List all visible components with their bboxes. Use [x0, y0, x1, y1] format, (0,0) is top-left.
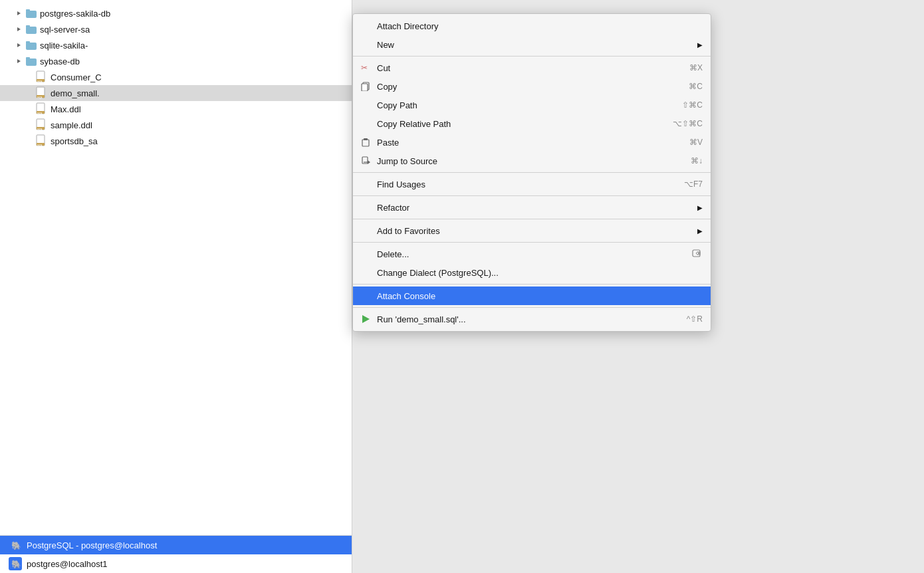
scissors-icon: ✂ [360, 62, 372, 74]
svg-text:🐘: 🐘 [11, 559, 21, 569]
no-arrow [24, 88, 35, 98]
tree-item-sqlite-sakila[interactable]: sqlite-sakila- [0, 37, 352, 53]
shortcut-copy-path: ⇧⌘C [682, 100, 703, 110]
menu-separator-7 [353, 307, 711, 308]
copy-icon [360, 80, 372, 92]
menu-item-run[interactable]: Run 'demo_small.sql'... ^⇧R [353, 310, 711, 328]
menu-item-label: Attach Console [377, 291, 435, 301]
no-arrow [24, 136, 35, 146]
tree-item-sample-ddl[interactable]: SQL sample.ddl [0, 117, 352, 133]
postgresql-icon: 🐘 [8, 538, 23, 552]
menu-item-label: Copy Path [377, 100, 417, 110]
tree-item-max-ddl[interactable]: SQL Max.ddl [0, 101, 352, 117]
expand-arrow-sql-server-sa [13, 24, 24, 35]
menu-item-label: Refactor [377, 203, 409, 213]
shortcut-copy-relative-path: ⌥⇧⌘C [673, 119, 703, 128]
menu-item-cut[interactable]: ✂ Cut ⌘X [353, 58, 711, 77]
svg-marker-38 [368, 160, 370, 164]
submenu-arrow-add-to-favorites: ▶ [697, 227, 703, 235]
menu-item-new[interactable]: New ▶ [353, 35, 711, 54]
svg-text:SQL: SQL [37, 80, 43, 83]
tree-item-label: Consumer_C [51, 72, 102, 82]
paste-icon [360, 136, 372, 148]
menu-item-label: Run 'demo_small.sql'... [377, 314, 466, 324]
tree-item-label: sybase-db [40, 57, 80, 66]
svg-text:SQL: SQL [37, 128, 43, 131]
no-arrow [24, 104, 35, 114]
menu-item-label: Jump to Source [377, 156, 437, 166]
menu-item-jump-to-source[interactable]: Jump to Source ⌘↓ [353, 152, 711, 170]
menu-item-copy-path[interactable]: Copy Path ⇧⌘C [353, 96, 711, 114]
menu-item-copy[interactable]: Copy ⌘C [353, 77, 711, 96]
svg-text:🐘: 🐘 [11, 540, 21, 550]
tree-item-sybase-db[interactable]: sybase-db [0, 53, 352, 69]
menu-item-label: Copy [377, 82, 397, 92]
menu-item-attach-console[interactable]: Attach Console [353, 286, 711, 305]
jump-icon [360, 155, 372, 167]
shortcut-find-usages: ⌥F7 [684, 179, 703, 189]
tree-item-label: postgres-sakila-db [40, 9, 110, 19]
run-icon [360, 313, 372, 325]
menu-item-find-usages[interactable]: Find Usages ⌥F7 [353, 175, 711, 193]
svg-rect-2 [26, 9, 30, 12]
menu-item-label: Copy Relative Path [377, 119, 451, 129]
db-connections-bar: 🐘 PostgreSQL - postgres@localhost 🐘 post… [0, 535, 352, 573]
svg-rect-35 [364, 138, 368, 140]
db-item-postgres-localhost1[interactable]: 🐘 postgres@localhost1 [0, 554, 352, 573]
tree-item-label: Max.ddl [51, 104, 81, 114]
file-tree-sidebar: postgres-sakila-db sql-server-sa sqlite-… [0, 0, 352, 573]
tree-item-label: sql-server-sa [40, 25, 90, 35]
menu-separator-1 [353, 56, 711, 57]
sql-file-icon-sportsdb-sa: SQL [36, 134, 48, 148]
shortcut-jump-to-source: ⌘↓ [691, 156, 703, 166]
svg-marker-6 [17, 43, 21, 47]
no-arrow [24, 120, 35, 130]
menu-item-label: Attach Directory [377, 21, 438, 31]
tree-item-sportsdb-sa[interactable]: SQL sportsdb_sa [0, 133, 352, 149]
folder-icon-sqlite-sakila [25, 39, 37, 51]
db-item-label: PostgreSQL - postgres@localhost [27, 540, 157, 550]
menu-item-attach-directory[interactable]: Attach Directory [353, 17, 711, 35]
shortcut-delete [692, 249, 703, 260]
tree-item-consumer-c[interactable]: SQL Consumer_C [0, 69, 352, 85]
menu-separator-6 [353, 284, 711, 285]
svg-rect-5 [26, 25, 30, 28]
svg-text:SQL: SQL [37, 144, 43, 147]
sql-file-icon-max-ddl: SQL [36, 102, 48, 116]
menu-separator-3 [353, 195, 711, 196]
menu-item-label: Cut [377, 63, 390, 73]
svg-text:✂: ✂ [361, 63, 368, 72]
menu-item-label: New [377, 40, 394, 50]
svg-rect-33 [362, 84, 368, 91]
menu-separator-2 [353, 172, 711, 173]
tree-item-label: sportsdb_sa [51, 136, 98, 146]
svg-text:SQL: SQL [37, 112, 43, 115]
menu-item-add-to-favorites[interactable]: Add to Favorites ▶ [353, 221, 711, 240]
svg-rect-11 [26, 57, 30, 60]
context-menu: Attach Directory New ▶ ✂ Cut ⌘X Copy ⌘C … [352, 13, 711, 332]
menu-item-label: Find Usages [377, 179, 425, 189]
tree-item-label: sqlite-sakila- [40, 41, 88, 51]
menu-item-label: Change Dialect (PostgreSQL)... [377, 268, 499, 278]
shortcut-copy: ⌘C [689, 82, 703, 91]
menu-separator-4 [353, 219, 711, 219]
menu-item-copy-relative-path[interactable]: Copy Relative Path ⌥⇧⌘C [353, 114, 711, 133]
expand-arrow-sybase-db [13, 56, 24, 66]
folder-icon-postgres-sakila-db [25, 7, 37, 19]
menu-item-change-dialect[interactable]: Change Dialect (PostgreSQL)... [353, 263, 711, 282]
sql-file-icon-sample-ddl: SQL [36, 118, 48, 132]
menu-item-delete[interactable]: Delete... [353, 245, 711, 263]
svg-text:SQL: SQL [37, 96, 43, 99]
svg-marker-43 [362, 315, 370, 323]
tree-item-postgres-sakila-db[interactable]: postgres-sakila-db [0, 5, 352, 21]
menu-item-refactor[interactable]: Refactor ▶ [353, 198, 711, 217]
shortcut-run: ^⇧R [687, 314, 703, 324]
tree-item-sql-server-sa[interactable]: sql-server-sa [0, 21, 352, 37]
tree-item-label: sample.ddl [51, 120, 92, 130]
tree-item-demo-small[interactable]: SQL demo_small. [0, 85, 352, 101]
folder-icon-sybase-db [25, 55, 37, 67]
menu-item-paste[interactable]: Paste ⌘V [353, 133, 711, 152]
submenu-arrow-refactor: ▶ [697, 204, 703, 211]
db-item-postgresql-localhost[interactable]: 🐘 PostgreSQL - postgres@localhost [0, 536, 352, 554]
expand-arrow-postgres-sakila-db [13, 8, 24, 19]
